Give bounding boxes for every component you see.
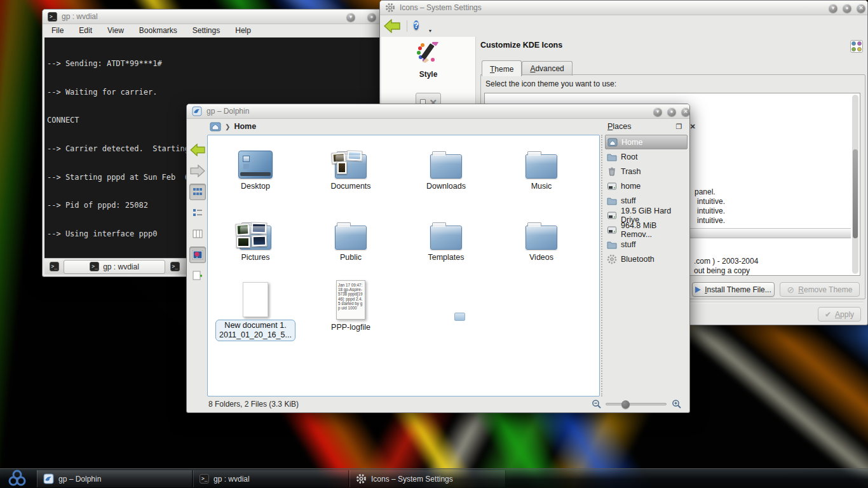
places-item-home-partition[interactable]: home [605,179,688,193]
forbidden-icon: ⊘ [787,285,795,295]
panel-splitter[interactable] [601,135,602,396]
float-panel-icon[interactable]: ❐ [676,123,682,131]
icon-sizes-button[interactable] [850,40,863,53]
places-item-removable-media[interactable]: 964.8 MiB Remov... [605,222,688,237]
file-item-public[interactable]: Public [303,214,398,262]
zoom-out-icon[interactable] [592,399,602,409]
back-arrow-icon [190,144,205,156]
install-theme-button[interactable]: Install Theme File... [692,282,775,297]
task-wvdial[interactable]: >_ gp : wvdial [193,470,349,487]
menu-file[interactable]: File [51,26,64,35]
minimize-button[interactable]: ▾ [653,107,662,116]
file-item-music[interactable]: Music [494,143,589,191]
file-item-templates[interactable]: Templates [398,214,494,262]
folder-icon [607,152,617,162]
split-view-button[interactable] [189,268,206,284]
system-settings-titlebar[interactable]: Icons – System Settings ▾ ● ✕ [380,1,867,15]
close-button[interactable]: ✕ [857,4,865,13]
theme-credit-fragment: out being a copy [694,266,750,275]
places-item-home[interactable]: Home [605,135,688,149]
apply-button[interactable]: ✔ Apply [818,307,861,322]
theme-description-fragment: panel. [695,187,715,196]
minimize-button[interactable]: ▾ [346,13,355,22]
pictures-folder-icon [240,226,271,250]
file-item-new-document[interactable]: New document 1.2011_01_20_16_5... [208,278,303,341]
maximize-button[interactable]: ● [667,107,676,116]
gear-icon [385,3,395,13]
hard-drive-icon [607,210,617,220]
dot-icon [851,41,856,46]
menu-view[interactable]: View [107,26,124,35]
minimize-button[interactable]: ▾ [829,4,837,13]
chevron-down-icon: ▾ [429,28,431,34]
places-item-root[interactable]: Root [605,149,688,164]
folder-icon [607,240,617,250]
public-folder-icon [335,226,367,250]
dolphin-titlebar[interactable]: gp – Dolphin ▾ ● ✕ [187,104,689,119]
places-item-trash[interactable]: Trash [605,164,688,179]
templates-folder-icon [430,226,462,250]
forward-button[interactable] [189,163,206,179]
downloads-folder-icon [430,154,462,179]
menu-help[interactable]: Help [235,26,251,35]
text-file-preview-icon: Jan 17 09:47:18 gp-Aspire-5738 pppd[1946… [336,280,365,320]
videos-folder-icon [526,226,557,250]
menu-settings[interactable]: Settings [193,26,220,35]
app-launcher-icon[interactable] [6,469,28,488]
settings-tabs: Theme Advanced [482,60,573,76]
new-tab-button[interactable]: >_ [47,260,61,274]
back-button[interactable] [384,19,400,33]
preview-toggle-button[interactable] [189,247,206,263]
sidebar-item-style[interactable]: Style [381,37,475,79]
details-view-button[interactable] [189,205,206,221]
places-item-bluetooth[interactable]: Bluetooth [605,252,688,266]
folder-view[interactable]: Desktop Documents Downloads Music [207,135,600,396]
konsole-titlebar[interactable]: >_ gp : wvdial ▾ ● ✕ [43,10,413,24]
split-add-icon [193,271,203,281]
gear-icon [356,473,367,484]
taskbar: gp – Dolphin >_ gp : wvdial Icons – Syst… [0,468,868,488]
zoom-slider-handle[interactable] [621,400,630,409]
icons-view-button[interactable] [189,184,206,200]
home-icon[interactable] [210,121,221,132]
file-item-desktop[interactable]: Desktop [208,143,303,191]
scrollbar-thumb[interactable] [853,149,858,238]
close-button[interactable]: ✕ [681,107,690,116]
maximize-button[interactable]: ● [843,4,851,13]
menu-edit[interactable]: Edit [79,26,92,35]
sidebar-item-style-label: Style [381,70,475,79]
import-icon [695,287,701,293]
toolbar-separator [407,20,407,32]
blank-document-icon [243,282,268,317]
music-folder-icon [526,154,557,179]
file-item-downloads[interactable]: Downloads [398,143,494,191]
tab-advanced[interactable]: Advanced [522,61,572,76]
konsole-tab[interactable]: >_ gp : wvdial [64,260,165,274]
remove-theme-button[interactable]: ⊘ Remove Theme [780,282,860,297]
zoom-slider[interactable] [606,403,667,405]
style-pencil-icon [415,42,442,65]
folder-icon [607,196,617,206]
task-system-settings[interactable]: Icons – System Settings [349,470,506,487]
places-panel-title: Places [607,122,632,131]
close-panel-icon[interactable]: ✕ [689,123,695,131]
help-button[interactable]: ? ▾ [414,18,430,34]
maximize-button[interactable]: ● [367,13,376,22]
places-item-stuff-2[interactable]: stuff [605,237,688,252]
terminal-line: --> Sending: ATDT*99***1# [47,59,410,69]
menu-bookmarks[interactable]: Bookmarks [139,26,177,35]
file-item-videos[interactable]: Videos [494,214,589,262]
zoom-in-icon[interactable] [672,399,682,409]
back-button[interactable] [189,142,206,158]
file-item-pictures[interactable]: Pictures [208,214,303,262]
file-item-documents[interactable]: Documents [303,143,398,191]
file-item-ppp-logfile[interactable]: Jan 17 09:47:18 gp-Aspire-5738 pppd[1946… [303,278,398,332]
task-dolphin[interactable]: gp – Dolphin [37,470,193,487]
tab-list-button[interactable]: >_ [168,260,182,274]
scrollbar[interactable] [852,95,858,274]
icons-view-icon [193,187,203,197]
columns-view-button[interactable] [189,226,206,242]
breadcrumb-home[interactable]: Home [234,122,256,131]
tab-theme[interactable]: Theme [482,60,522,76]
dot-icon [857,41,862,46]
